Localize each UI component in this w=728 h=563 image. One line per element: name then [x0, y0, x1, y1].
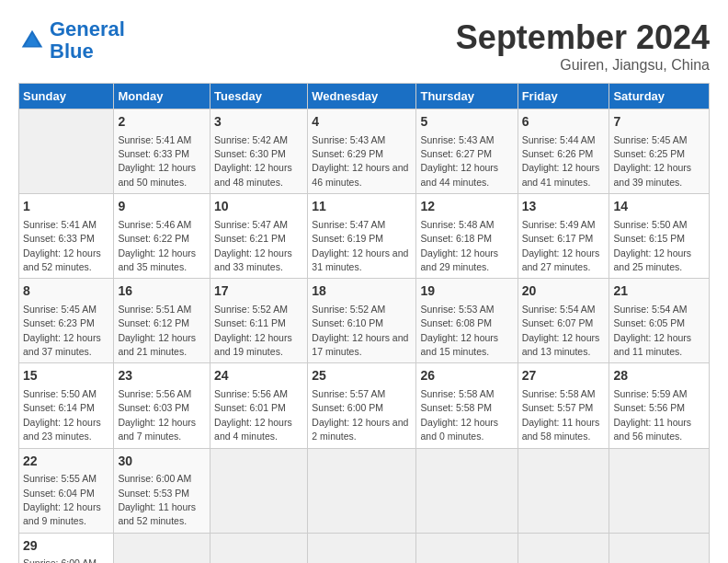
day-number: 27 — [522, 367, 606, 385]
day-info: Sunrise: 5:41 AMSunset: 6:33 PMDaylight:… — [23, 219, 101, 272]
col-header-thursday: Thursday — [416, 84, 518, 109]
calendar-cell: 17Sunrise: 5:52 AMSunset: 6:11 PMDayligh… — [210, 279, 308, 363]
calendar-cell — [416, 448, 518, 533]
day-number: 29 — [23, 537, 109, 556]
day-number: 15 — [23, 367, 109, 385]
day-info: Sunrise: 5:51 AMSunset: 6:12 PMDaylight:… — [118, 304, 196, 357]
calendar-cell — [609, 448, 710, 533]
col-header-monday: Monday — [114, 84, 210, 109]
calendar-cell: 4Sunrise: 5:43 AMSunset: 6:29 PMDaylight… — [308, 109, 416, 194]
day-number: 23 — [118, 367, 206, 385]
day-info: Sunrise: 5:58 AMSunset: 5:58 PMDaylight:… — [420, 388, 498, 442]
day-number: 22 — [23, 453, 109, 471]
day-number: 16 — [118, 282, 206, 301]
calendar-cell: 30Sunrise: 6:00 AMSunset: 5:53 PMDayligh… — [114, 448, 210, 533]
day-number: 10 — [214, 198, 303, 216]
col-header-sunday: Sunday — [19, 84, 114, 109]
month-title: September 2024 — [456, 18, 710, 57]
day-info: Sunrise: 5:43 AMSunset: 6:27 PMDaylight:… — [420, 134, 498, 188]
day-number: 25 — [312, 367, 412, 385]
day-number: 8 — [23, 282, 109, 301]
day-info: Sunrise: 5:45 AMSunset: 6:23 PMDaylight:… — [23, 304, 101, 357]
day-number: 21 — [613, 282, 705, 301]
calendar-cell — [308, 448, 416, 533]
day-info: Sunrise: 5:52 AMSunset: 6:11 PMDaylight:… — [214, 304, 292, 357]
day-info: Sunrise: 5:43 AMSunset: 6:29 PMDaylight:… — [312, 134, 408, 188]
day-info: Sunrise: 5:53 AMSunset: 6:08 PMDaylight:… — [420, 304, 498, 357]
calendar-cell: 3Sunrise: 5:42 AMSunset: 6:30 PMDaylight… — [210, 109, 308, 194]
day-info: Sunrise: 5:47 AMSunset: 6:21 PMDaylight:… — [214, 219, 292, 272]
day-number: 17 — [214, 282, 303, 301]
day-number: 9 — [118, 198, 206, 216]
week-row-2: 1Sunrise: 5:41 AMSunset: 6:33 PMDaylight… — [19, 194, 710, 279]
calendar-cell: 27Sunrise: 5:58 AMSunset: 5:57 PMDayligh… — [518, 363, 609, 448]
week-row-4: 15Sunrise: 5:50 AMSunset: 6:14 PMDayligh… — [19, 363, 710, 448]
calendar-cell — [19, 109, 114, 194]
calendar-cell: 1Sunrise: 5:41 AMSunset: 6:33 PMDaylight… — [19, 194, 114, 279]
calendar-cell: 8Sunrise: 5:45 AMSunset: 6:23 PMDaylight… — [19, 279, 114, 363]
day-number: 7 — [613, 113, 705, 132]
calendar-cell: 14Sunrise: 5:50 AMSunset: 6:15 PMDayligh… — [609, 194, 710, 279]
day-info: Sunrise: 6:00 AMSunset: 5:54 PMDaylight:… — [23, 557, 101, 563]
day-info: Sunrise: 5:54 AMSunset: 6:07 PMDaylight:… — [522, 304, 600, 357]
week-row-5: 22Sunrise: 5:55 AMSunset: 6:04 PMDayligh… — [19, 448, 710, 533]
page-header: GeneralBlue September 2024 Guiren, Jiang… — [18, 18, 710, 74]
calendar-cell — [518, 448, 609, 533]
calendar-cell — [308, 533, 416, 563]
day-number: 28 — [613, 367, 705, 385]
day-number: 13 — [522, 198, 606, 216]
col-header-friday: Friday — [518, 84, 609, 109]
day-info: Sunrise: 5:48 AMSunset: 6:18 PMDaylight:… — [420, 219, 498, 272]
day-number: 6 — [522, 113, 606, 132]
calendar-cell — [210, 533, 308, 563]
day-number: 30 — [118, 453, 206, 471]
logo-icon — [18, 27, 46, 54]
day-info: Sunrise: 5:57 AMSunset: 6:00 PMDaylight:… — [312, 388, 408, 442]
calendar-cell — [416, 533, 518, 563]
week-row-6: 29Sunrise: 6:00 AMSunset: 5:54 PMDayligh… — [19, 533, 710, 563]
calendar-cell: 21Sunrise: 5:54 AMSunset: 6:05 PMDayligh… — [609, 279, 710, 363]
calendar-table: SundayMondayTuesdayWednesdayThursdayFrid… — [18, 83, 710, 563]
day-info: Sunrise: 5:50 AMSunset: 6:15 PMDaylight:… — [613, 219, 691, 272]
logo: GeneralBlue — [18, 18, 125, 63]
calendar-cell — [210, 448, 308, 533]
logo-text: GeneralBlue — [50, 18, 125, 63]
day-number: 14 — [613, 198, 705, 216]
calendar-cell: 6Sunrise: 5:44 AMSunset: 6:26 PMDaylight… — [518, 109, 609, 194]
day-number: 12 — [420, 198, 513, 216]
calendar-cell: 16Sunrise: 5:51 AMSunset: 6:12 PMDayligh… — [114, 279, 210, 363]
calendar-cell — [518, 533, 609, 563]
calendar-cell: 7Sunrise: 5:45 AMSunset: 6:25 PMDaylight… — [609, 109, 710, 194]
week-row-1: 2Sunrise: 5:41 AMSunset: 6:33 PMDaylight… — [19, 109, 710, 194]
calendar-cell: 29Sunrise: 6:00 AMSunset: 5:54 PMDayligh… — [19, 533, 114, 563]
title-block: September 2024 Guiren, Jiangsu, China — [456, 18, 710, 74]
calendar-cell — [609, 533, 710, 563]
week-row-3: 8Sunrise: 5:45 AMSunset: 6:23 PMDaylight… — [19, 279, 710, 363]
calendar-cell: 12Sunrise: 5:48 AMSunset: 6:18 PMDayligh… — [416, 194, 518, 279]
day-number: 1 — [23, 198, 109, 216]
col-header-tuesday: Tuesday — [210, 84, 308, 109]
day-info: Sunrise: 5:45 AMSunset: 6:25 PMDaylight:… — [613, 134, 691, 188]
day-number: 4 — [312, 113, 412, 132]
col-header-saturday: Saturday — [609, 84, 710, 109]
header-row: SundayMondayTuesdayWednesdayThursdayFrid… — [19, 84, 710, 109]
day-info: Sunrise: 5:47 AMSunset: 6:19 PMDaylight:… — [312, 219, 408, 272]
day-number: 26 — [420, 367, 513, 385]
calendar-cell: 10Sunrise: 5:47 AMSunset: 6:21 PMDayligh… — [210, 194, 308, 279]
calendar-cell: 15Sunrise: 5:50 AMSunset: 6:14 PMDayligh… — [19, 363, 114, 448]
day-number: 18 — [312, 282, 412, 301]
col-header-wednesday: Wednesday — [308, 84, 416, 109]
calendar-cell: 23Sunrise: 5:56 AMSunset: 6:03 PMDayligh… — [114, 363, 210, 448]
day-info: Sunrise: 5:44 AMSunset: 6:26 PMDaylight:… — [522, 134, 600, 188]
day-info: Sunrise: 5:49 AMSunset: 6:17 PMDaylight:… — [522, 219, 600, 272]
day-info: Sunrise: 5:56 AMSunset: 6:01 PMDaylight:… — [214, 388, 292, 442]
day-info: Sunrise: 5:59 AMSunset: 5:56 PMDaylight:… — [613, 388, 691, 442]
day-info: Sunrise: 6:00 AMSunset: 5:53 PMDaylight:… — [118, 473, 196, 526]
calendar-cell: 2Sunrise: 5:41 AMSunset: 6:33 PMDaylight… — [114, 109, 210, 194]
calendar-cell: 28Sunrise: 5:59 AMSunset: 5:56 PMDayligh… — [609, 363, 710, 448]
day-info: Sunrise: 5:58 AMSunset: 5:57 PMDaylight:… — [522, 388, 600, 442]
calendar-cell: 25Sunrise: 5:57 AMSunset: 6:00 PMDayligh… — [308, 363, 416, 448]
day-number: 2 — [118, 113, 206, 132]
day-info: Sunrise: 5:55 AMSunset: 6:04 PMDaylight:… — [23, 473, 101, 526]
calendar-cell: 26Sunrise: 5:58 AMSunset: 5:58 PMDayligh… — [416, 363, 518, 448]
